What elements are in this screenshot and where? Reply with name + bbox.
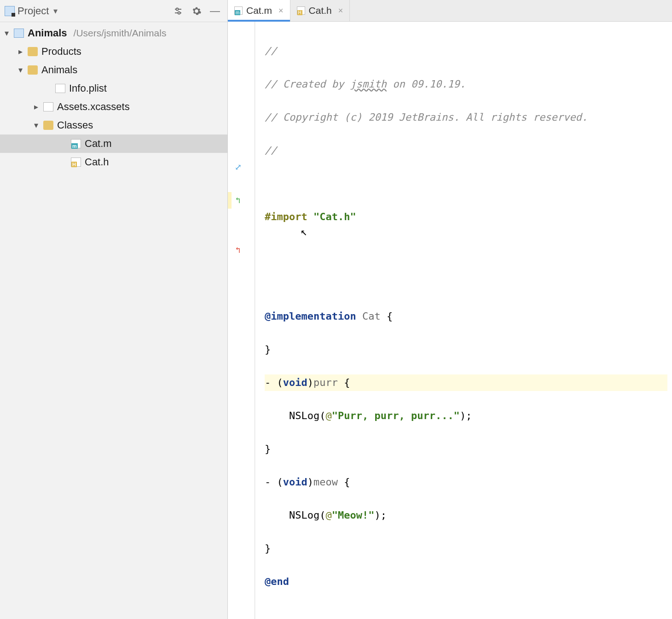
- tree-label: Products: [41, 46, 81, 58]
- code-text: @: [325, 410, 331, 421]
- editor-gutter[interactable]: ⤢ ↰ ↰: [228, 22, 255, 619]
- code-text: [265, 175, 667, 192]
- change-marker: [228, 192, 232, 209]
- fold-column[interactable]: [255, 22, 262, 619]
- assets-file-icon: [43, 102, 53, 111]
- project-sidebar: Project ▾ — Animals /Users/jsmith/Animal…: [0, 0, 228, 619]
- sidebar-settings-icon[interactable]: [170, 3, 186, 19]
- code-text: {: [387, 310, 393, 322]
- folder-icon: [28, 65, 38, 75]
- project-tree: Animals /Users/jsmith/Animals Products A…: [0, 22, 227, 171]
- chevron-down-icon[interactable]: ▾: [53, 6, 58, 16]
- implement-gutter-icon[interactable]: ⤢: [232, 159, 243, 175]
- expand-arrow-icon[interactable]: [32, 102, 40, 112]
- tree-label: Cat.m: [85, 138, 112, 150]
- tab-label: Cat.h: [309, 5, 332, 16]
- tree-label: Animals: [28, 27, 67, 39]
- gear-icon[interactable]: [189, 3, 204, 19]
- code-text: jsmith: [350, 78, 386, 90]
- tree-node-info-plist[interactable]: Info.plist: [0, 79, 227, 98]
- code-text: "Purr, purr, purr...": [332, 410, 460, 421]
- code-text: @end: [265, 576, 289, 587]
- tree-path: /Users/jsmith/Animals: [74, 28, 167, 39]
- code-text: - (: [265, 476, 283, 488]
- code-text: //: [265, 45, 277, 57]
- project-icon: [5, 6, 15, 16]
- code-text: "Meow!": [332, 509, 375, 521]
- code-text: Cat: [362, 310, 381, 322]
- tree-label: Cat.h: [85, 156, 109, 168]
- mouse-cursor-icon: ↖: [301, 223, 307, 240]
- objc-m-file-icon: [234, 6, 243, 15]
- editor-tab-cat-m[interactable]: Cat.m ×: [228, 0, 290, 21]
- code-text: void: [283, 476, 307, 488]
- code-text: ): [307, 377, 313, 388]
- close-tab-icon[interactable]: ×: [338, 6, 343, 16]
- tree-label: Info.plist: [69, 82, 107, 94]
- editor-tab-bar: Cat.m × Cat.h ×: [228, 0, 672, 22]
- code-text: @: [325, 509, 331, 521]
- code-text: "Cat.h": [313, 211, 356, 222]
- ide-root: Project ▾ — Animals /Users/jsmith/Animal…: [0, 0, 672, 619]
- tree-node-assets[interactable]: Assets.xcassets: [0, 98, 227, 116]
- tab-label: Cat.m: [246, 5, 272, 16]
- objc-h-file-icon: [297, 6, 305, 15]
- tree-label: Classes: [57, 119, 93, 131]
- code-text: }: [265, 344, 271, 355]
- plist-file-icon: [55, 84, 65, 93]
- tree-label: Animals: [41, 64, 77, 76]
- svg-point-2: [176, 8, 179, 10]
- tree-node-products[interactable]: Products: [0, 42, 227, 61]
- navigate-up-gutter-icon[interactable]: ↰: [232, 192, 243, 209]
- tree-node-cat-m[interactable]: Cat.m: [0, 134, 227, 153]
- expand-arrow-icon[interactable]: [3, 28, 10, 38]
- objc-h-file-icon: [71, 158, 81, 167]
- expand-arrow-icon[interactable]: [32, 120, 40, 130]
- code-text: @implementation: [265, 310, 356, 322]
- sidebar-title[interactable]: Project: [17, 5, 49, 17]
- expand-arrow-icon[interactable]: [17, 47, 24, 57]
- objc-m-file-icon: [71, 139, 81, 148]
- sidebar-header: Project ▾ —: [0, 0, 227, 22]
- tree-node-cat-h[interactable]: Cat.h: [0, 153, 227, 171]
- code-text: #import: [265, 211, 307, 222]
- code-text: on 09.10.19.: [387, 78, 466, 90]
- editor-pane: Cat.m × Cat.h × ⤢ ↰ ↰ // // Created by j…: [228, 0, 672, 619]
- editor-tab-cat-h[interactable]: Cat.h ×: [290, 0, 350, 21]
- code-text: [265, 275, 667, 292]
- folder-icon: [28, 47, 38, 56]
- collapse-icon[interactable]: —: [207, 3, 223, 19]
- code-text: purr: [313, 377, 338, 388]
- code-text: [265, 242, 667, 258]
- tree-label: Assets.xcassets: [57, 101, 130, 113]
- xcode-project-icon: [14, 29, 24, 38]
- code-text: {: [338, 377, 350, 388]
- code-text: );: [374, 509, 387, 521]
- code-text: - (: [265, 377, 283, 388]
- tree-node-animals[interactable]: Animals: [0, 61, 227, 79]
- code-text: // Copyright (c) 2019 JetBrains. All rig…: [265, 111, 588, 123]
- svg-point-3: [178, 12, 180, 14]
- navigate-up-gutter-icon[interactable]: ↰: [232, 242, 243, 258]
- code-text: NSLog(: [289, 509, 325, 521]
- code-text: {: [338, 476, 350, 488]
- code-text: }: [265, 443, 271, 455]
- folder-icon: [43, 121, 53, 130]
- code-text: NSLog(: [289, 410, 325, 421]
- code-text: // Created by: [265, 78, 350, 90]
- code-text: void: [283, 377, 307, 388]
- code-text: //: [265, 145, 277, 156]
- editor-body: ⤢ ↰ ↰ // // Created by jsmith on 09.10.1…: [228, 22, 672, 619]
- expand-arrow-icon[interactable]: [17, 65, 24, 75]
- code-text: meow: [313, 476, 338, 488]
- code-editor[interactable]: // // Created by jsmith on 09.10.19. // …: [262, 22, 672, 619]
- tree-root-animals[interactable]: Animals /Users/jsmith/Animals: [0, 24, 227, 42]
- code-text: ): [307, 476, 313, 488]
- tree-node-classes[interactable]: Classes: [0, 116, 227, 134]
- code-text: );: [460, 410, 472, 421]
- code-text: }: [265, 543, 271, 554]
- close-tab-icon[interactable]: ×: [278, 6, 284, 16]
